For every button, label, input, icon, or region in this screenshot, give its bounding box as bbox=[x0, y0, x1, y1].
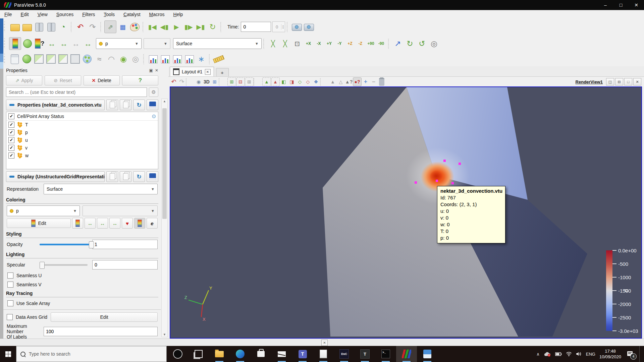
tray-chevron-icon[interactable]: ∧ bbox=[536, 352, 540, 357]
gear-icon[interactable]: ⚙ bbox=[149, 87, 158, 97]
adjust-camera-icon[interactable]: ⇗ bbox=[104, 20, 116, 33]
choose-preset-icon[interactable] bbox=[72, 218, 83, 229]
toggle-selection-icon[interactable]: ⊞ bbox=[245, 77, 254, 86]
select-view-colors-icon[interactable]: ▦ bbox=[117, 21, 128, 33]
data-axes-grid-checkbox[interactable] bbox=[7, 314, 13, 320]
copy-properties-icon[interactable] bbox=[106, 100, 118, 110]
rescale-to-temporal-range-icon[interactable]: ↔ bbox=[70, 38, 82, 50]
last-frame-button[interactable]: ▶▮ bbox=[195, 21, 206, 33]
speaker-icon[interactable] bbox=[576, 352, 582, 356]
shrink-selection-icon[interactable]: − bbox=[370, 78, 378, 86]
zoom-to-box-icon[interactable]: ⊞ bbox=[211, 78, 219, 86]
reload-time-icon[interactable]: ◔ bbox=[57, 21, 69, 33]
reset-button[interactable]: ⊘Reset bbox=[45, 75, 81, 85]
select-points-on-icon[interactable]: ▲ bbox=[271, 77, 280, 86]
menu-item[interactable]: Macros bbox=[145, 11, 169, 18]
component-dropdown[interactable]: ▼ bbox=[144, 38, 170, 49]
menu-item[interactable]: Tools bbox=[99, 11, 119, 18]
taskbar-t-app[interactable]: T bbox=[355, 346, 375, 362]
taskbar-task-view[interactable] bbox=[188, 346, 209, 362]
glyph-filter-icon[interactable] bbox=[82, 53, 93, 65]
rescale-data-range-icon[interactable]: ↔ bbox=[85, 218, 96, 229]
use-scale-array-checkbox[interactable] bbox=[7, 300, 13, 306]
rescale-to-data-range-icon[interactable]: ↔ bbox=[46, 38, 57, 50]
camera-redo-icon[interactable]: ↷ bbox=[178, 78, 186, 86]
slice-filter-icon[interactable] bbox=[45, 53, 57, 65]
set-view-plus-y-icon[interactable]: +Y bbox=[324, 38, 334, 50]
array-row[interactable]: ✓ w bbox=[6, 152, 158, 159]
subtract-selection-icon[interactable]: ⊟ bbox=[236, 77, 245, 86]
specular-input[interactable] bbox=[92, 260, 158, 269]
frame-spinner[interactable]: 0 ▲▼ bbox=[272, 21, 285, 32]
battery-icon[interactable] bbox=[555, 352, 562, 356]
save-data-icon[interactable]: ↓ bbox=[21, 21, 33, 33]
capture-animation-icon[interactable]: + bbox=[303, 21, 314, 33]
interactive-select-cells-icon[interactable]: ▲ bbox=[329, 78, 337, 86]
plot-global-variables-icon[interactable]: ◔ bbox=[183, 53, 195, 65]
center-of-rotation-icon[interactable]: ↻ bbox=[404, 38, 416, 50]
maximize-button[interactable]: □ bbox=[613, 0, 629, 10]
taskbar-notepad[interactable] bbox=[313, 346, 334, 362]
source-section-header[interactable]: Properties (nektar_3d_convection.vtu bbox=[6, 100, 105, 110]
seamless-v-checkbox[interactable] bbox=[7, 282, 13, 288]
extract-time-steps-icon[interactable]: ∗ bbox=[196, 53, 207, 65]
redo-icon[interactable]: ↷ bbox=[87, 21, 98, 33]
max-labels-input[interactable] bbox=[44, 327, 158, 336]
notification-center-icon[interactable]: 4 bbox=[625, 349, 635, 359]
scroll-up-icon[interactable]: ▲ bbox=[163, 99, 166, 104]
display-section-header[interactable]: Display (UnstructuredGridRepresentati bbox=[6, 171, 105, 182]
copy-display-icon[interactable] bbox=[106, 171, 118, 182]
plot-selection-over-time-icon[interactable]: ✓ bbox=[171, 53, 183, 65]
calculator-filter-icon[interactable] bbox=[9, 53, 20, 65]
taskbar-dxc[interactable]: DxC bbox=[334, 346, 355, 362]
opacity-slider[interactable] bbox=[40, 244, 88, 245]
reset-camera-closest-icon[interactable]: ╳ bbox=[279, 38, 291, 50]
set-view-minus-x-icon[interactable]: -X bbox=[314, 38, 324, 50]
set-view-minus-y-icon[interactable]: -Y bbox=[335, 38, 344, 50]
select-cells-on-icon[interactable]: ▲ bbox=[262, 77, 271, 86]
data-axes-grid-edit-button[interactable]: Edit bbox=[51, 312, 158, 322]
onedrive-cloud-icon[interactable]: × bbox=[544, 352, 551, 357]
properties-scrollbar[interactable]: ▲ ▼ bbox=[161, 99, 168, 337]
specular-slider[interactable] bbox=[40, 264, 88, 266]
array-row[interactable]: ✓ v bbox=[6, 144, 158, 152]
render-viewport[interactable]: nektar_3d_convection.vtu Id: 767Coords: … bbox=[170, 86, 642, 339]
hover-points-icon[interactable]: ●? bbox=[353, 77, 362, 86]
render-view-label[interactable]: RenderView1 bbox=[576, 79, 603, 84]
taskbar-mail[interactable] bbox=[271, 346, 292, 362]
array-checkbox[interactable]: ✓ bbox=[8, 145, 14, 151]
camera-undo-icon[interactable]: ↶ bbox=[170, 78, 178, 86]
add-selection-icon[interactable]: ⊞ bbox=[227, 77, 236, 86]
extract-subset-icon[interactable] bbox=[69, 53, 81, 65]
open-file-icon[interactable]: ↑ bbox=[9, 21, 20, 33]
set-view-plus-x-icon[interactable]: +X bbox=[304, 38, 313, 50]
maximize-view-button[interactable]: □ bbox=[624, 78, 632, 85]
scroll-down-icon[interactable]: ▼ bbox=[163, 332, 166, 337]
plot-over-time-icon[interactable]: ◔ bbox=[159, 53, 171, 65]
previous-frame-button[interactable]: ◀▮ bbox=[159, 21, 170, 33]
array-checkbox[interactable]: ✓ bbox=[8, 129, 14, 135]
select-block-icon[interactable]: ❖ bbox=[312, 78, 320, 86]
reset-camera-icon[interactable]: ╳ bbox=[267, 38, 279, 50]
set-view-minus-z-icon[interactable]: -Z bbox=[356, 38, 365, 50]
close-button[interactable]: ✕ bbox=[629, 0, 644, 10]
menu-item[interactable]: View bbox=[33, 11, 52, 18]
delete-button[interactable]: ✕Delete bbox=[84, 75, 120, 85]
select-cells-polygon-icon[interactable]: ◇ bbox=[296, 78, 304, 86]
array-checkbox[interactable]: ✓ bbox=[8, 137, 14, 143]
time-input[interactable] bbox=[241, 22, 271, 32]
play-button[interactable]: ▶ bbox=[171, 21, 182, 33]
save-display-icon[interactable] bbox=[147, 171, 158, 182]
color-by-dropdown[interactable]: p ▼ bbox=[96, 38, 142, 49]
save-screenshot-icon[interactable] bbox=[291, 21, 302, 33]
camera-orientation-icon[interactable]: ↗ bbox=[392, 38, 404, 50]
warp-filter-icon[interactable]: ◠ bbox=[106, 53, 117, 65]
menu-item[interactable]: Sources bbox=[52, 11, 78, 18]
layout-tab[interactable]: Layout #1 ✕ bbox=[170, 67, 214, 76]
array-status-checkbox[interactable]: ✓ bbox=[8, 113, 14, 119]
language-indicator[interactable]: ENG bbox=[586, 352, 595, 357]
stream-tracer-icon[interactable]: ≈ bbox=[94, 53, 105, 65]
array-checkbox[interactable]: ✓ bbox=[8, 153, 14, 159]
select-cells-through-icon[interactable]: ◧ bbox=[280, 78, 288, 86]
reset-center-icon[interactable]: ↺ bbox=[416, 38, 428, 50]
